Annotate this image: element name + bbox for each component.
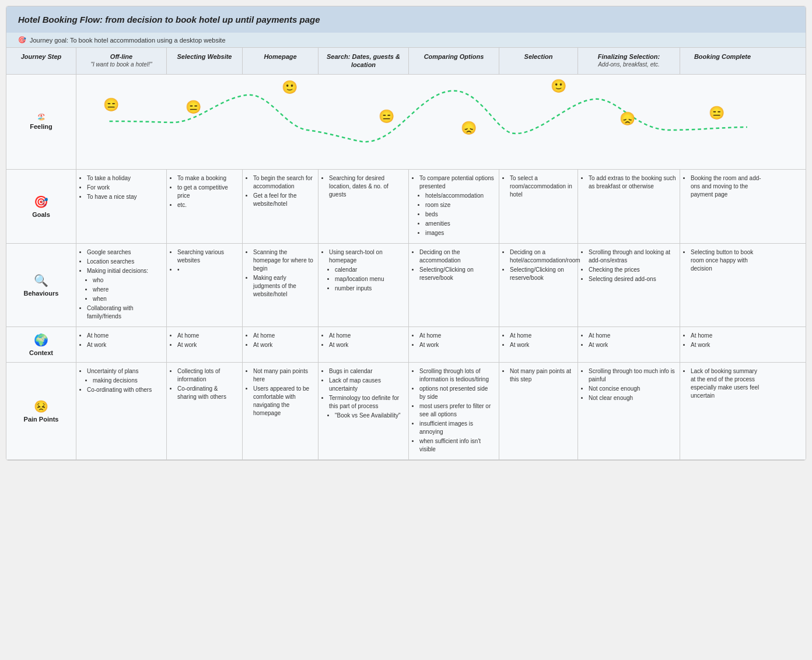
behaviours-homepage: Scanning the homepage for where to begin… bbox=[243, 244, 318, 327]
col-header-comparing: Comparing Options bbox=[409, 48, 499, 74]
behaviours-label-text: Behaviours bbox=[24, 290, 59, 297]
context-label-text: Context bbox=[29, 349, 53, 356]
emoji-homepage: 🙂 bbox=[282, 80, 298, 95]
pain-points-label-cell: 😣 Pain Points bbox=[6, 363, 76, 459]
pain-points-booking-complete: Lack of booking summary at the end of th… bbox=[680, 363, 765, 459]
context-booking-complete: At home At work bbox=[680, 327, 765, 362]
emoji-offline: 😑 bbox=[103, 97, 119, 113]
feeling-label-text: Feeling bbox=[30, 123, 52, 130]
behaviours-label-cell: 🔍 Behaviours bbox=[6, 244, 76, 327]
header-row: Journey Step Off-line "I want to book a … bbox=[6, 48, 806, 75]
feeling-label: 🏖️ Feeling bbox=[6, 75, 76, 169]
behaviours-icon: 🔍 bbox=[34, 273, 48, 287]
goals-search: Searching for desired location, dates & … bbox=[318, 170, 409, 243]
col-header-homepage: Homepage bbox=[243, 48, 318, 74]
goals-icon: 🎯 bbox=[34, 195, 48, 209]
main-container: Hotel Booking Flow: from decision to boo… bbox=[6, 6, 806, 461]
page-title: Hotel Booking Flow: from decision to boo… bbox=[18, 15, 320, 24]
goals-offline: To take a holiday For work To have a nic… bbox=[76, 170, 167, 243]
feeling-chart: 😑 😑 🙂 😑 😞 🙂 😞 😑 bbox=[76, 75, 765, 169]
col-header-journey-step: Journey Step bbox=[6, 48, 76, 74]
goals-comparing: To compare potential options presented h… bbox=[409, 170, 499, 243]
emoji-search: 😑 bbox=[379, 109, 394, 124]
pain-points-finalizing: Scrolling through too much info is painf… bbox=[578, 363, 680, 459]
context-label-cell: 🌍 Context bbox=[6, 327, 76, 362]
pain-points-icon: 😣 bbox=[34, 399, 48, 413]
emoji-selecting: 😑 bbox=[186, 100, 201, 115]
col-header-selection: Selection bbox=[499, 48, 578, 74]
col-header-offline: Off-line "I want to book a hotel!" bbox=[76, 48, 167, 74]
context-homepage: At home At work bbox=[243, 327, 318, 362]
context-icon: 🌍 bbox=[34, 333, 48, 347]
emoji-comparing: 😞 bbox=[461, 121, 477, 136]
pain-points-homepage: Not many pain points here Users appeared… bbox=[243, 363, 318, 459]
behaviours-comparing: Deciding on the accommodation Selecting/… bbox=[409, 244, 499, 327]
feeling-path bbox=[110, 90, 747, 142]
goals-selecting: To make a booking to get a competitive p… bbox=[167, 170, 243, 243]
behaviours-search: Using search-tool on homepage calendar m… bbox=[318, 244, 409, 327]
title-bar: Hotel Booking Flow: from decision to boo… bbox=[6, 6, 806, 33]
goal-bar: 🎯 Journey goal: To book hotel accommodat… bbox=[6, 33, 806, 48]
pain-points-row: 😣 Pain Points Uncertainty of plans makin… bbox=[6, 363, 806, 460]
goals-booking-complete: Booking the room and add-ons and moving … bbox=[680, 170, 765, 243]
pain-points-search: Bugs in calendar Lack of map causes unce… bbox=[318, 363, 409, 459]
goals-finalizing: To add extras to the booking such as bre… bbox=[578, 170, 680, 243]
col-header-search: Search: Dates, guests & location bbox=[318, 48, 409, 74]
context-row: 🌍 Context At home At work At home At wor… bbox=[6, 327, 806, 363]
behaviours-selecting: Searching various websites • bbox=[167, 244, 243, 327]
emoji-selection: 🙂 bbox=[551, 79, 566, 94]
feeling-curve-svg bbox=[76, 75, 765, 168]
emoji-booking-complete: 😑 bbox=[709, 106, 724, 121]
pain-points-offline: Uncertainty of plans making decisions Co… bbox=[76, 363, 167, 459]
goals-homepage: To begin the search for accommodation Ge… bbox=[243, 170, 318, 243]
goals-label-text: Goals bbox=[32, 211, 50, 218]
behaviours-booking-complete: Selecting button to book room once happy… bbox=[680, 244, 765, 327]
pain-points-selecting: Collecting lots of information Co-ordina… bbox=[167, 363, 243, 459]
pain-points-label-text: Pain Points bbox=[24, 416, 59, 423]
col-header-booking-complete: Booking Complete bbox=[680, 48, 765, 74]
col-header-finalizing: Finalizing Selection: Add-ons, breakfast… bbox=[578, 48, 680, 74]
behaviours-row: 🔍 Behaviours Google searches Location se… bbox=[6, 244, 806, 327]
behaviours-offline: Google searches Location searches Making… bbox=[76, 244, 167, 327]
behaviours-selection: Deciding on a hotel/accommodation/room S… bbox=[499, 244, 578, 327]
context-comparing: At home At work bbox=[409, 327, 499, 362]
context-finalizing: At home At work bbox=[578, 327, 680, 362]
feeling-row: 🏖️ Feeling 😑 😑 🙂 😑 😞 🙂 😞 😑 bbox=[6, 75, 806, 170]
col-header-selecting: Selecting Website bbox=[167, 48, 243, 74]
goals-row: 🎯 Goals To take a holiday For work To ha… bbox=[6, 170, 806, 244]
behaviours-finalizing: Scrolling through and looking at add-ons… bbox=[578, 244, 680, 327]
goals-selection: To select a room/accommodation in hotel bbox=[499, 170, 578, 243]
context-offline: At home At work bbox=[76, 327, 167, 362]
context-selection: At home At work bbox=[499, 327, 578, 362]
feeling-icon: 🏖️ bbox=[37, 113, 46, 121]
context-selecting: At home At work bbox=[167, 327, 243, 362]
pain-points-selection: Not many pain points at this step bbox=[499, 363, 578, 459]
context-search: At home At work bbox=[318, 327, 409, 362]
goal-icon: 🎯 bbox=[18, 36, 26, 44]
goals-label-cell: 🎯 Goals bbox=[6, 170, 76, 243]
pain-points-comparing: Scrolling through lots of information is… bbox=[409, 363, 499, 459]
emoji-finalizing: 😞 bbox=[620, 111, 635, 127]
journey-goal: Journey goal: To book hotel accommodatio… bbox=[30, 37, 226, 44]
